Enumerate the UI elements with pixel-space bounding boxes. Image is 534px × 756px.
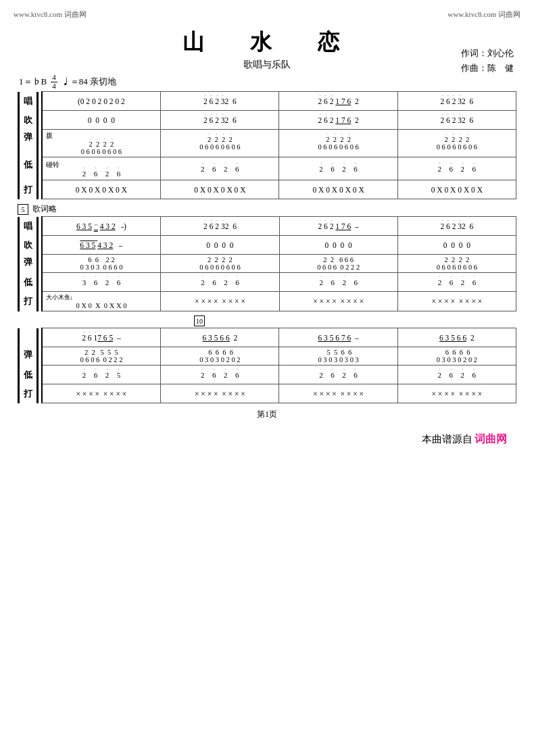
author-section: 作词：刘心伦 作曲：陈 健 (461, 46, 514, 76)
sing-m1: (0 2 0 2 0 2 0 2 (42, 92, 161, 111)
system-2: 5 歌词略 唱 6 3 5 ⁻ 4 3 2 -) (18, 203, 516, 311)
sing-m4: ·2 ·6 ·2 ·32 6 (397, 92, 516, 111)
lyricist-line: 作词：刘心伦 (461, 46, 514, 61)
s2-bass-m2: ·2 ·6 ·2 ·6 (161, 273, 279, 292)
label-sing: 唱 (19, 92, 38, 111)
s2-label-pluck: 弹 (19, 255, 38, 273)
source-text: 本曲谱源自 (422, 434, 472, 445)
bass-m2: ·2 ·6 ·2 ·6 (161, 157, 279, 180)
s3-row-bass: 低 ·2 ·6 ·2 ·5 ·2 ·6 ·2 ·6 ·2 ·6 ·2 (19, 366, 516, 384)
row-sing: 唱 (0 2 0 2 0 2 0 2 ·2 ·6 ·2 ·32 6 ·2 ·6 … (19, 92, 516, 111)
s3-row-perc: 打 × × × × × × × × × × × × × × × × × × × … (19, 384, 516, 403)
system-3-table: ·2 ·6 ·17 6 5 – 6 3 5 6 6 2 6 3 5 6 7 6 … (18, 328, 516, 403)
s2-sing-m1: 6 3 5 ⁻ 4 3 2 -) (42, 217, 161, 236)
blow-m3: ·2 ·6 ·2 1 7 6 2 (279, 111, 397, 130)
s2-row-pluck: 弹 ·6 ·6 ·2 ·2 0 3 0 3 0 6 6 0 ·2 ·2 (19, 255, 516, 273)
pluck-m4: ·2 ·2 ·2 ·2 0 6 0 6 0 6 0 6 (397, 130, 516, 157)
label-pluck: 弹 (19, 130, 38, 157)
sub-title: 歌唱与乐队 (14, 59, 520, 71)
sing-m3: ·2 ·6 ·2 1 7 6 2 (279, 92, 397, 111)
s2-bass-m4: ·2 ·6 ·2 ·6 (397, 273, 516, 292)
s2-pluck-m4: ·2 ·2 ·2 ·2 0 6 0 6 0 6 0 6 (397, 255, 516, 273)
s2-perc-m4: × × × × × × × × (397, 292, 516, 311)
rehearsal-10: 10 (194, 316, 205, 326)
perc-m1: 0 X 0 X 0 X 0 X (42, 180, 161, 199)
s2-row-bass: 低 ·3 ·6 ·2 ·6 ·2 ·6 ·2 ·6 ·2 ·6 ·2 (19, 273, 516, 292)
bottom-source: 本曲谱源自 词曲网 (422, 432, 508, 447)
s2-blow-m4: 0 0 0 0 (397, 236, 516, 255)
s2-pluck-m2: ·2 ·2 ·2 ·2 0 6 0 6 0 6 0 6 (161, 255, 279, 273)
row-blow: 吹 0 0 0 0 ·2 ·6 ·2 ·32 6 ·2 ·6 ·2 1 7 6 … (19, 111, 516, 130)
s2-row-blow: 吹 6 3 5 4 3 2 – 0 0 0 0 0 0 0 0 0 0 0 0 (19, 236, 516, 255)
sing-m2: ·2 ·6 ·2 ·32 6 (161, 92, 279, 111)
s2-pluck-m1: ·6 ·6 ·2 ·2 0 3 0 3 0 6 6 0 (42, 255, 161, 273)
s3-perc-m4: × × × × × × × × (397, 384, 516, 403)
title-section: 山 水 恋 歌唱与乐队 (14, 28, 520, 71)
s2-perc-m1: 大小木鱼↓ 0 X 0 X 0 X X 0 (42, 292, 161, 311)
main-title: 山 水 恋 (14, 28, 520, 57)
s3-pluck-m3: 5 5 6 6 0 3 0 3 0 3 0 3 (279, 347, 397, 366)
page: www.ktvc8.com 词曲网 www.ktvc8.com 词曲网 山 水 … (0, 0, 534, 756)
s2-row-perc: 打 大小木鱼↓ 0 X 0 X 0 X X 0 × × × × × × × × … (19, 292, 516, 311)
bass-m1: 碰铃 ·2 ·6 ·2 ·6 (42, 157, 161, 180)
s3-pluck-m2: 6 6 6 6 0 3 0 3 0 2 0 2 (161, 347, 279, 366)
s3-perc-m1: × × × × × × × × (42, 384, 161, 403)
s3-row-pluck: 弹 ·2 ·2 5 5 5 0 6 0 6 0 2 2 2 6 6 6 6 0 … (19, 347, 516, 366)
row-perc: 打 0 X 0 X 0 X 0 X 0 X 0 X 0 X 0 X 0 X 0 … (19, 180, 516, 199)
system-1-table: 唱 (0 2 0 2 0 2 0 2 ·2 ·6 ·2 ·32 6 ·2 ·6 … (18, 91, 516, 199)
header-left-url: www.ktvc8.com 词曲网 (14, 9, 87, 20)
label-perc: 打 (19, 180, 38, 199)
s3-sing-m3: 6 3 5 6 7 6 – (279, 328, 397, 347)
s2-sing-m3: ·2 ·6 ·2 1 7 6 – (279, 217, 397, 236)
s3-bass-m3: ·2 ·6 ·2 ·6 (279, 366, 397, 384)
s3-sing-m1: ·2 ·6 ·17 6 5 – (42, 328, 161, 347)
s3-pluck-m1: ·2 ·2 5 5 5 0 6 0 6 0 2 2 2 (42, 347, 161, 366)
s2-bass-m3: ·2 ·6 ·2 ·6 (279, 273, 397, 292)
header-right-url: www.ktvc8.com 词曲网 (447, 9, 520, 20)
perc-m2: 0 X 0 X 0 X 0 X (161, 180, 279, 199)
s3-bass-m4: ·2 ·6 ·2 ·6 (397, 366, 516, 384)
composer-line: 作曲：陈 健 (461, 61, 514, 76)
bass-m4: ·2 ·6 ·2 ·6 (397, 157, 516, 180)
perc-m4: 0 X 0 X 0 X 0 X (397, 180, 516, 199)
time-sig: 4 4 (51, 74, 57, 90)
s3-label-sing (19, 328, 38, 347)
s2-sing-m2: ·2 ·6 ·2 ·32 6 (161, 217, 279, 236)
s3-bass-m2: ·2 ·6 ·2 ·6 (161, 366, 279, 384)
system-2-table: 唱 6 3 5 ⁻ 4 3 2 -) ·2 ·6 ·2 ·32 6 ·2 ·6 (18, 216, 516, 311)
pluck-m1: 拨 ·2 ·2 ·2 ·2 0 6 0 6 0 6 0 6 (42, 130, 161, 157)
tempo-mark: ♩＝84 亲切地 (62, 76, 116, 88)
header-bar: www.ktvc8.com 词曲网 www.ktvc8.com 词曲网 (14, 7, 520, 22)
page-number: 第1页 (14, 409, 520, 420)
s2-blow-m3: 0 0 0 0 (279, 236, 397, 255)
key-tempo-row: 1＝♭B 4 4 ♩＝84 亲切地 (19, 74, 515, 90)
s2-blow-m1: 6 3 5 4 3 2 – (42, 236, 161, 255)
system-3-header: 10 (18, 316, 516, 326)
system-3: 10 ·2 ·6 ·17 6 5 – (18, 316, 516, 403)
s2-pluck-m3: ·2 ·2 6 6 6 0 6 0 6 0 2 2 2 (279, 255, 397, 273)
row-bass: 低 碰铃 ·2 ·6 ·2 ·6 ·2 ·6 ·2 ·6 (19, 157, 516, 180)
s3-label-pluck: 弹 (19, 347, 38, 366)
system-2-header: 5 歌词略 (18, 203, 516, 215)
s3-label-perc: 打 (19, 384, 38, 403)
pluck-m2: ·2 ·2 ·2 ·2 0 6 0 6 0 6 0 6 (161, 130, 279, 157)
label-bass: 低 (19, 157, 38, 180)
lyrics-note: 歌词略 (32, 203, 57, 215)
blow-m2: ·2 ·6 ·2 ·32 6 (161, 111, 279, 130)
system-1: 唱 (0 2 0 2 0 2 0 2 ·2 ·6 ·2 ·32 6 ·2 ·6 … (18, 91, 516, 199)
s2-label-perc: 打 (19, 292, 38, 311)
source-site: 词曲网 (475, 433, 507, 445)
blow-m4: ·2 ·6 ·2 ·32 6 (397, 111, 516, 130)
s2-perc-m2: × × × × × × × × (161, 292, 279, 311)
perc-m3: 0 X 0 X 0 X 0 X (279, 180, 397, 199)
s3-pluck-m4: 6 6 6 6 0 3 0 3 0 2 0 2 (397, 347, 516, 366)
s2-sing-m4: ·2 ·6 ·2 ·32 6 (397, 217, 516, 236)
rehearsal-5: 5 (18, 204, 28, 215)
s2-label-sing: 唱 (19, 217, 38, 236)
s2-blow-m2: 0 0 0 0 (161, 236, 279, 255)
s2-row-sing: 唱 6 3 5 ⁻ 4 3 2 -) ·2 ·6 ·2 ·32 6 ·2 ·6 (19, 217, 516, 236)
s3-sing-m2: 6 3 5 6 6 2 (161, 328, 279, 347)
s3-sing-m4: 6 3 5 6 6 2 (397, 328, 516, 347)
s2-label-bass: 低 (19, 273, 38, 292)
bass-m3: ·2 ·6 ·2 ·6 (279, 157, 397, 180)
